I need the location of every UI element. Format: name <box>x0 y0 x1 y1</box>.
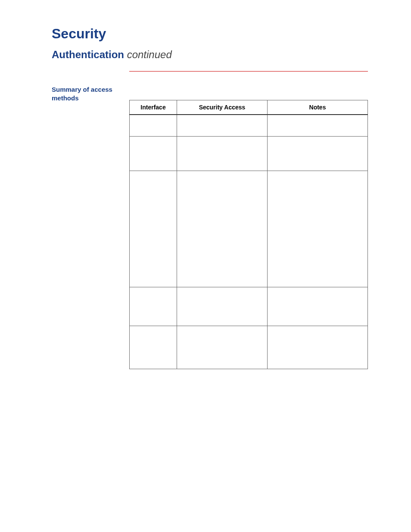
cell-notes <box>268 326 368 369</box>
cell-security <box>177 326 268 369</box>
cell-interface <box>130 136 177 171</box>
content-row: Summary of access methods Interface Secu… <box>52 84 368 369</box>
table-row <box>130 115 368 136</box>
cell-interface <box>130 326 177 369</box>
cell-notes <box>268 287 368 326</box>
document-page: Security Authentication continued Summar… <box>0 0 411 532</box>
cell-interface <box>130 287 177 326</box>
col-notes: Notes <box>268 100 368 115</box>
table-header-row: Interface Security Access Notes <box>130 100 368 115</box>
cell-notes <box>268 171 368 287</box>
section-name: Authentication <box>52 49 124 60</box>
col-security-access: Security Access <box>177 100 268 115</box>
table-row <box>130 287 368 326</box>
cell-notes <box>268 115 368 136</box>
access-methods-table: Interface Security Access Notes <box>129 100 368 369</box>
table-row <box>130 136 368 171</box>
side-heading: Summary of access methods <box>52 84 129 102</box>
table-row <box>130 326 368 369</box>
col-interface: Interface <box>130 100 177 115</box>
cell-interface <box>130 115 177 136</box>
table-row <box>130 171 368 287</box>
cell-notes <box>268 136 368 171</box>
cell-security <box>177 287 268 326</box>
continued-label: continued <box>127 49 172 60</box>
section-divider <box>129 71 368 72</box>
section-heading: Authentication continued <box>52 49 368 61</box>
cell-security <box>177 171 268 287</box>
cell-interface <box>130 171 177 287</box>
table-container: Interface Security Access Notes <box>129 84 368 369</box>
cell-security <box>177 136 268 171</box>
page-title: Security <box>52 26 368 42</box>
cell-security <box>177 115 268 136</box>
